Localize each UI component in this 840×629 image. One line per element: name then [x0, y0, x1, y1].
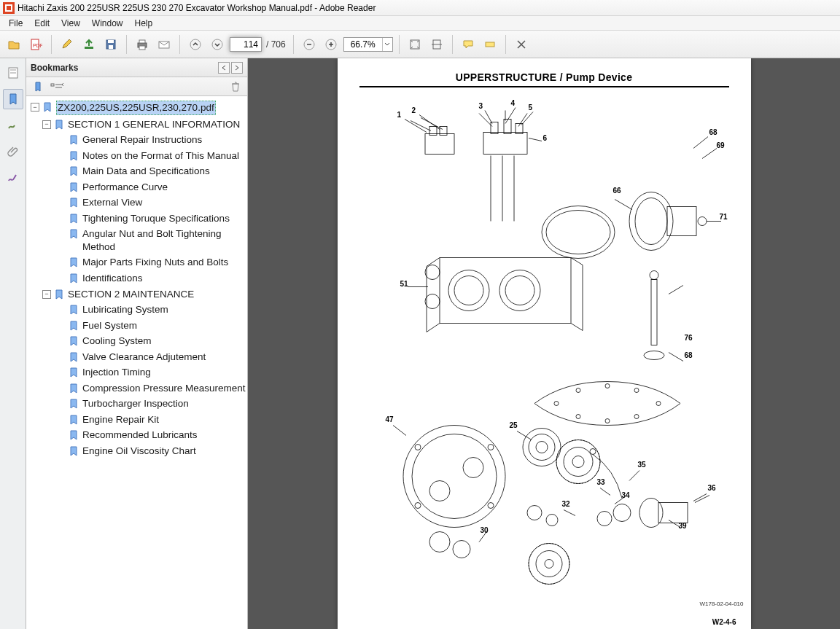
- comment-button[interactable]: [459, 35, 478, 54]
- bookmarks-tab[interactable]: [3, 89, 23, 109]
- bookmark-item[interactable]: Engine Repair Kit: [28, 412, 246, 428]
- bookmark-section[interactable]: −SECTION 1 GENERAL INFORMATION: [28, 117, 246, 133]
- svg-line-66: [669, 286, 683, 294]
- bookmarks-tools: [26, 77, 247, 96]
- bookmark-section[interactable]: −SECTION 2 MAINTENANCE: [28, 286, 246, 302]
- collapse-button[interactable]: [218, 62, 230, 74]
- zoom-input-wrap: [343, 37, 393, 52]
- separator: [179, 35, 180, 54]
- bookmark-item[interactable]: Identifications: [28, 270, 246, 286]
- highlight-button[interactable]: [481, 35, 499, 54]
- bookmark-label: Compression Pressure Measurement: [82, 382, 246, 395]
- save-button[interactable]: [101, 35, 120, 54]
- expand-button[interactable]: [231, 62, 243, 74]
- svg-rect-62: [651, 280, 657, 345]
- bookmark-item[interactable]: Lubiricating System: [28, 302, 246, 318]
- svg-line-27: [411, 121, 431, 131]
- callout-35: 35: [638, 461, 646, 469]
- menubar: File Edit View Window Help: [0, 16, 840, 31]
- bookmark-item[interactable]: Injection Timing: [28, 364, 246, 380]
- zoom-dropdown[interactable]: [382, 38, 392, 51]
- svg-rect-19: [486, 42, 494, 47]
- signature-tab[interactable]: [3, 115, 23, 136]
- bookmark-item[interactable]: Tightening Toruque Specifications: [28, 211, 246, 227]
- zoom-in-button[interactable]: [322, 35, 341, 54]
- svg-point-103: [529, 544, 569, 585]
- open-button[interactable]: [4, 35, 23, 54]
- bookmark-item[interactable]: Notes on the Format of This Manual: [28, 148, 246, 164]
- tree-toggle[interactable]: −: [31, 103, 39, 112]
- bookmark-item[interactable]: Main Data and Specifications: [28, 163, 246, 179]
- edit-button[interactable]: [58, 35, 77, 54]
- bookmark-item[interactable]: Major Parts Fixing Nuts and Bolts: [28, 254, 246, 270]
- callout-6: 6: [543, 134, 548, 142]
- bookmarks-tree[interactable]: −ZX200,225US,225USR,230,270.pdf−SECTION …: [26, 96, 247, 629]
- bookmark-item[interactable]: General Repair Instructions: [28, 132, 246, 148]
- callout-34: 34: [622, 491, 630, 499]
- svg-point-73: [605, 419, 610, 423]
- bookmark-label: Tightening Toruque Specifications: [82, 212, 230, 225]
- print-button[interactable]: [133, 35, 152, 54]
- bookmark-root[interactable]: −ZX200,225US,225USR,230,270.pdf: [28, 99, 246, 117]
- svg-point-81: [415, 503, 421, 509]
- sign-tab[interactable]: [3, 168, 23, 188]
- svg-point-101: [536, 551, 562, 577]
- thumbnails-tab[interactable]: [3, 63, 23, 83]
- email-button[interactable]: [155, 35, 174, 54]
- options-button[interactable]: [50, 79, 64, 94]
- menu-window[interactable]: Window: [86, 17, 129, 30]
- bookmark-label: Identifications: [82, 272, 143, 285]
- svg-point-59: [425, 265, 440, 280]
- bookmarks-header: Bookmarks: [26, 58, 247, 77]
- zoom-out-button[interactable]: [300, 35, 319, 54]
- delete-bookmark-button[interactable]: [228, 79, 243, 94]
- menu-edit[interactable]: Edit: [28, 17, 55, 30]
- tree-toggle[interactable]: −: [42, 120, 51, 129]
- bookmark-item[interactable]: Recommended Lubricants: [28, 427, 246, 443]
- tree-toggle[interactable]: −: [42, 290, 51, 299]
- menu-view[interactable]: View: [55, 17, 86, 30]
- svg-point-74: [634, 415, 639, 419]
- svg-line-110: [629, 471, 639, 481]
- create-pdf-button[interactable]: PDF: [26, 35, 45, 54]
- fit-page-button[interactable]: [405, 35, 424, 54]
- fit-width-button[interactable]: [427, 35, 446, 54]
- svg-line-52: [693, 137, 708, 149]
- bookmark-label: Lubiricating System: [82, 303, 168, 316]
- menu-help[interactable]: Help: [129, 17, 159, 30]
- bookmark-label: Recommended Lubricants: [82, 429, 198, 442]
- bookmark-item[interactable]: Engine Oil Viscosity Chart: [28, 443, 246, 459]
- svg-point-76: [412, 434, 497, 519]
- page-up-button[interactable]: [186, 35, 205, 54]
- svg-point-71: [656, 402, 661, 406]
- bookmark-label: Angular Nut and Bolt Tightening Method: [82, 227, 246, 253]
- menu-file[interactable]: File: [3, 17, 28, 30]
- bookmark-item[interactable]: Compression Pressure Measurement: [28, 380, 246, 396]
- svg-point-87: [564, 448, 593, 477]
- bookmark-item[interactable]: Valve Clearance Adjutement: [28, 349, 246, 365]
- zoom-input[interactable]: [344, 38, 382, 51]
- bookmark-item[interactable]: Angular Nut and Bolt Tightening Method: [28, 226, 246, 254]
- bookmark-item[interactable]: Cooling System: [28, 333, 246, 349]
- callout-4: 4: [511, 99, 516, 107]
- bookmark-icon: [53, 289, 65, 300]
- callout-51: 51: [400, 280, 408, 288]
- bookmark-item[interactable]: Turbocharger Inspection: [28, 396, 246, 412]
- separator: [505, 35, 506, 54]
- svg-line-53: [702, 149, 717, 159]
- svg-point-78: [463, 458, 483, 478]
- bookmark-item[interactable]: Fuel System: [28, 318, 246, 334]
- document-viewer[interactable]: UPPERSTRUCTURE / Pump Device: [248, 58, 840, 629]
- page-number-input[interactable]: [230, 37, 262, 52]
- new-bookmark-button[interactable]: [31, 79, 45, 94]
- export-button[interactable]: [79, 35, 98, 54]
- bookmark-item[interactable]: Performance Curve: [28, 179, 246, 195]
- svg-point-48: [635, 198, 667, 245]
- bookmark-icon: [68, 351, 79, 363]
- page-down-button[interactable]: [208, 35, 227, 54]
- nav-strip: [0, 58, 26, 629]
- bookmark-label: Major Parts Fixing Nuts and Bolts: [82, 256, 228, 269]
- bookmark-item[interactable]: External View: [28, 195, 246, 211]
- attachments-tab[interactable]: [3, 141, 23, 162]
- read-mode-button[interactable]: [512, 35, 531, 54]
